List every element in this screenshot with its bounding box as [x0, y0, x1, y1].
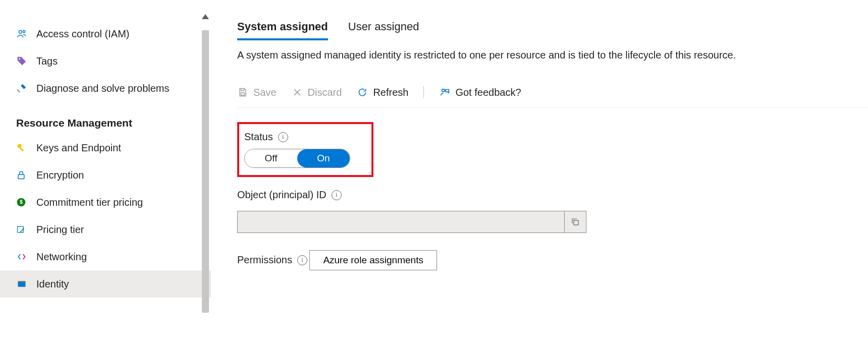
object-id-field: Object (principal) ID i	[237, 189, 868, 233]
object-id-label-row: Object (principal) ID i	[237, 189, 342, 201]
sidebar-item-networking[interactable]: Networking	[0, 243, 211, 270]
info-icon[interactable]: i	[297, 255, 307, 265]
x-icon	[292, 87, 303, 98]
circle-dollar-icon: $	[16, 197, 36, 207]
refresh-label: Refresh	[373, 87, 408, 98]
tag-icon	[16, 55, 36, 67]
sidebar-item-label: Networking	[36, 251, 87, 263]
feedback-button[interactable]: Got feedback?	[439, 87, 521, 98]
sidebar-item-label: Pricing tier	[36, 224, 84, 236]
save-label: Save	[253, 87, 277, 98]
sidebar-item-label: Commitment tier pricing	[36, 197, 143, 208]
svg-text:$: $	[20, 199, 23, 205]
svg-rect-11	[241, 93, 245, 95]
permissions-field: Permissions i Azure role assignments	[237, 245, 868, 272]
svg-point-0	[19, 30, 22, 33]
sidebar-top-list: Access control (IAM) Tags Diagnose and s…	[0, 20, 211, 102]
scroll-up-icon	[202, 14, 209, 19]
sidebar-item-identity[interactable]: Identity	[0, 270, 211, 298]
sidebar-item-label: Encryption	[36, 169, 84, 181]
tools-icon	[16, 83, 36, 94]
tab-user-assigned[interactable]: User assigned	[348, 20, 419, 40]
sidebar-item-label: Tags	[36, 55, 58, 67]
identity-icon	[16, 279, 36, 289]
svg-rect-5	[18, 175, 24, 179]
svg-point-12	[442, 89, 445, 92]
status-highlight-box: Status i Off On	[237, 122, 373, 177]
svg-point-1	[23, 30, 25, 32]
sidebar-item-encryption[interactable]: Encryption	[0, 161, 211, 189]
azure-role-assignments-button[interactable]: Azure role assignments	[309, 250, 437, 270]
copy-button[interactable]	[564, 211, 586, 233]
sidebar: Access control (IAM) Tags Diagnose and s…	[0, 0, 211, 347]
feedback-icon	[439, 87, 450, 98]
status-label: Status	[244, 131, 273, 143]
status-label-row: Status i	[244, 131, 288, 143]
content-pane: System assigned User assigned A system a…	[211, 0, 868, 347]
lock-icon	[16, 170, 36, 180]
sidebar-section-list: Keys and Endpoint Encryption $ Commitmen…	[0, 134, 211, 298]
scrollbar[interactable]	[200, 0, 211, 347]
sidebar-item-keys[interactable]: Keys and Endpoint	[0, 134, 211, 161]
permissions-label-row: Permissions i	[237, 254, 307, 266]
info-icon[interactable]: i	[278, 132, 288, 142]
key-icon	[16, 143, 36, 153]
status-toggle-on[interactable]: On	[297, 149, 350, 167]
svg-rect-9	[18, 282, 26, 287]
svg-rect-13	[574, 220, 578, 225]
tab-description: A system assigned managed identity is re…	[237, 49, 868, 61]
sidebar-item-label: Access control (IAM)	[36, 28, 129, 40]
object-id-value-box	[237, 211, 586, 233]
sidebar-item-pricing[interactable]: Pricing tier	[0, 216, 211, 243]
sidebar-item-commitment[interactable]: $ Commitment tier pricing	[0, 189, 211, 216]
sidebar-item-label: Identity	[36, 278, 69, 290]
sidebar-section-header: Resource Management	[0, 102, 211, 134]
sidebar-item-diagnose[interactable]: Diagnose and solve problems	[0, 75, 211, 102]
object-id-label: Object (principal) ID	[237, 189, 327, 201]
svg-point-2	[19, 58, 20, 60]
feedback-label: Got feedback?	[455, 87, 521, 98]
permissions-label: Permissions	[237, 254, 292, 266]
discard-label: Discard	[308, 87, 342, 98]
info-icon[interactable]: i	[332, 190, 342, 200]
tab-system-assigned[interactable]: System assigned	[237, 20, 328, 40]
sidebar-item-label: Keys and Endpoint	[36, 142, 121, 154]
pricing-icon	[16, 224, 36, 235]
tab-bar: System assigned User assigned	[237, 20, 868, 40]
scrollbar-thumb[interactable]	[202, 30, 209, 313]
divider	[423, 86, 424, 98]
discard-button[interactable]: Discard	[292, 87, 342, 98]
svg-rect-10	[18, 281, 26, 282]
refresh-button[interactable]: Refresh	[357, 87, 408, 98]
refresh-icon	[357, 87, 368, 98]
toolbar: Save Discard Refresh Got feedback?	[237, 86, 868, 108]
save-icon	[237, 87, 248, 98]
app-root: Access control (IAM) Tags Diagnose and s…	[0, 0, 868, 347]
copy-icon	[571, 217, 580, 226]
sidebar-item-label: Diagnose and solve problems	[36, 83, 170, 94]
people-icon	[16, 28, 36, 39]
svg-rect-4	[20, 147, 24, 151]
status-toggle[interactable]: Off On	[244, 149, 350, 168]
sidebar-item-access-control[interactable]: Access control (IAM)	[0, 20, 211, 47]
network-icon	[16, 252, 36, 262]
sidebar-item-tags[interactable]: Tags	[0, 47, 211, 75]
status-toggle-off[interactable]: Off	[245, 149, 297, 167]
save-button[interactable]: Save	[237, 87, 277, 98]
